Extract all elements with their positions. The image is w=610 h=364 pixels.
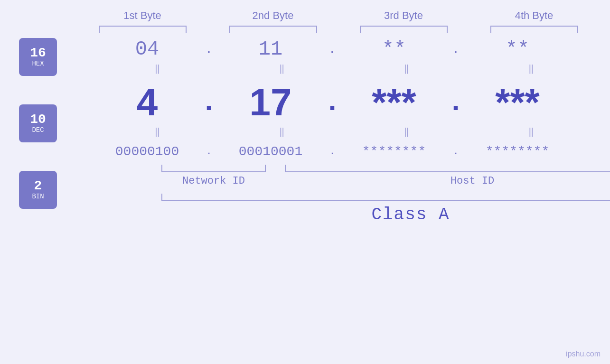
hex-value-1: 04 [135,38,159,61]
dec-value-3: *** [372,81,416,124]
dec-value-1: 4 [137,81,158,124]
main-content: 16 HEX 10 DEC 2 BIN 04 . 11 [0,38,610,224]
bin-dot-1: . [199,146,218,158]
separator-dec-bin: ‖ ‖ ‖ ‖ [95,124,593,140]
badges-column: 16 HEX 10 DEC 2 BIN [19,38,57,209]
top-brackets [77,26,600,33]
hex-value-4: ** [506,38,529,61]
hex-cell-2: 11 [218,38,323,61]
dec-cell-1: 4 [95,81,199,124]
class-label: Class A [161,205,610,224]
bin-value-2: 00010001 [239,144,302,159]
host-id-label: Host ID [285,175,610,187]
byte-header-2: 2nd Byte [221,9,325,22]
bin-value-3: ******** [362,144,426,159]
hex-dot-1: . [199,42,218,57]
main-container: 1st Byte 2nd Byte 3rd Byte 4th Byte 16 H… [0,0,610,364]
bottom-section: Network ID Host ID Class A [161,165,610,224]
bin-row: 00000100 . 00010001 . ******** . *******… [95,144,593,159]
bin-dot-2: . [323,146,342,158]
bottom-brackets-row [161,165,610,172]
byte-header-4: 4th Byte [482,9,586,22]
hex-value-2: 11 [259,38,282,61]
byte-header-3: 3rd Byte [351,9,456,22]
data-area: 04 . 11 . ** . ** ‖ ‖ ‖ ‖ [95,38,610,224]
bin-cell-4: ******** [465,144,570,159]
hex-cell-4: ** [465,38,570,61]
hex-cell-1: 04 [95,38,199,61]
bracket-top-3 [360,26,448,33]
hex-dot-3: . [446,42,465,57]
separator-hex-dec: ‖ ‖ ‖ ‖ [95,61,593,76]
dec-badge-number: 10 [30,113,46,126]
bin-cell-3: ******** [342,144,446,159]
bin-dot-3: . [446,146,465,158]
dec-value-4: *** [495,81,539,124]
dec-dot-3: . [446,86,465,119]
bin-cell-1: 00000100 [95,144,199,159]
byte-headers: 1st Byte 2nd Byte 3rd Byte 4th Byte [77,9,600,22]
hex-row: 04 . 11 . ** . ** [95,38,593,61]
bracket-top-2 [229,26,317,33]
dec-cell-3: *** [342,81,446,124]
bin-cell-2: 00010001 [218,144,323,159]
hex-dot-2: . [323,42,342,57]
watermark: ipshu.com [566,350,601,358]
dec-dot-1: . [199,86,218,119]
bin-badge-label: BIN [32,193,44,201]
bracket-bottom-network [161,165,266,172]
byte-header-1: 1st Byte [90,9,195,22]
bin-value-1: 00000100 [115,144,179,159]
hex-badge-label: HEX [32,60,44,68]
bracket-top-1 [99,26,187,33]
bracket-top-4 [490,26,578,33]
big-bracket [161,194,610,201]
dec-badge-label: DEC [32,126,44,134]
bin-badge-number: 2 [34,179,42,193]
dec-cell-2: 17 [218,81,323,124]
hex-value-3: ** [382,38,406,61]
bin-value-4: ******** [486,144,549,159]
dec-dot-2: . [323,86,342,119]
hex-badge-number: 16 [30,47,46,60]
bracket-bottom-host [285,165,610,172]
hex-badge: 16 HEX [19,38,57,76]
dec-badge: 10 DEC [19,104,57,142]
network-id-label: Network ID [161,175,266,187]
bin-badge: 2 BIN [19,171,57,209]
dec-cell-4: *** [465,81,570,124]
dec-row: 4 . 17 . *** . *** [95,81,593,124]
hex-cell-3: ** [342,38,446,61]
id-labels: Network ID Host ID [161,175,610,187]
dec-value-2: 17 [250,81,292,124]
